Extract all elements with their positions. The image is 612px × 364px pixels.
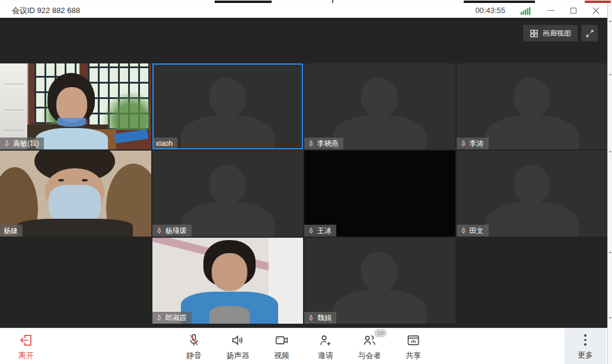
background-window-sliver-right: [607, 3, 612, 364]
participant-name: 田文: [470, 226, 484, 236]
video-feed: [304, 238, 455, 324]
muted-mic-icon: [155, 227, 163, 235]
video-feed: [0, 151, 151, 237]
empty-grid-cell: [457, 238, 608, 324]
camera-icon: [274, 332, 289, 349]
participant-name: 杨婕: [4, 226, 18, 236]
participant-name-tag: 高敏(我): [0, 138, 44, 149]
participant-name-tag: 杨婕: [0, 225, 23, 237]
gallery-view-button[interactable]: 画廊视图: [523, 25, 578, 41]
maximize-icon: [570, 8, 576, 14]
video-feed: [152, 151, 304, 237]
video-feed: [152, 238, 304, 324]
minimize-button[interactable]: [540, 3, 562, 18]
view-controls: 画廊视图: [523, 25, 598, 41]
video-feed: [152, 63, 304, 149]
fullscreen-icon: [585, 29, 594, 38]
participant-tile-xiaoh[interactable]: xiaoh: [152, 63, 304, 149]
more-button[interactable]: 更多: [565, 328, 606, 364]
gallery-grid-icon: [530, 29, 538, 38]
participant-name-tag: 杨瑾瑗: [152, 225, 192, 237]
participant-tile-yangjinyuan[interactable]: 杨瑾瑗: [152, 151, 304, 237]
title-bar: 会议ID 922 882 688 00:43:55: [0, 3, 607, 18]
video-button[interactable]: 视频: [263, 330, 301, 363]
video-feed: [304, 63, 455, 149]
video-label: 视频: [274, 350, 289, 361]
participant-name: 魏娟: [317, 313, 332, 323]
leave-button[interactable]: 离开: [7, 330, 45, 363]
speaker-label: 扬声器: [227, 350, 250, 361]
participant-name: 郎淑霞: [165, 313, 187, 323]
participant-tile-wangbing[interactable]: 王冰: [304, 151, 455, 237]
participant-name: xiaoh: [156, 139, 173, 148]
participant-name: 高敏(我): [13, 139, 39, 149]
invite-button[interactable]: 邀请: [307, 330, 345, 363]
share-screen-icon: [406, 332, 421, 349]
fullscreen-button[interactable]: [581, 25, 598, 41]
muted-mic-icon: [307, 227, 315, 235]
mute-label: 静音: [186, 350, 202, 361]
muted-mic-icon: [460, 140, 467, 148]
participant-name: 杨瑾瑗: [165, 226, 187, 236]
toolbar-center-group: 静音 扬声器 视频: [175, 328, 432, 363]
video-feed: [304, 151, 455, 237]
video-feed: [457, 63, 608, 149]
participant-name-tag: 李涛: [457, 138, 489, 149]
close-button[interactable]: [585, 3, 607, 18]
muted-mic-icon: [307, 140, 315, 148]
leave-icon: [18, 332, 34, 349]
participant-tile-lixiaoyan[interactable]: 李晓燕: [304, 63, 455, 149]
participants-icon: 10: [362, 332, 377, 349]
video-feed: [457, 151, 608, 237]
empty-grid-cell: [0, 238, 151, 324]
muted-mic-icon: [155, 314, 163, 322]
more-label: 更多: [578, 350, 593, 360]
muted-mic-icon: [307, 314, 315, 322]
participant-grid: 高敏(我) xiaoh: [0, 63, 607, 324]
participant-name-tag: xiaoh: [152, 138, 178, 149]
share-label: 共享: [406, 350, 421, 361]
speaker-icon: [230, 332, 246, 349]
video-feed: [0, 63, 151, 149]
participant-tile-langshuxia[interactable]: 郎淑霞: [152, 238, 304, 324]
participant-name-tag: 王冰: [304, 225, 336, 237]
more-ellipsis-icon: [584, 333, 586, 348]
participants-label: 与会者: [358, 350, 381, 361]
maximize-button[interactable]: [562, 3, 585, 18]
video-stage: 画廊视图: [0, 18, 607, 328]
mute-button[interactable]: 静音: [175, 330, 213, 363]
participant-name-tag: 李晓燕: [304, 138, 343, 149]
gallery-view-label: 画廊视图: [543, 28, 571, 39]
participant-name: 李涛: [470, 139, 484, 149]
participant-tile-weijuan[interactable]: 魏娟: [304, 238, 455, 324]
invite-icon: [318, 332, 333, 349]
meeting-timer: 00:43:55: [475, 6, 505, 15]
participant-name: 李晓燕: [317, 139, 339, 149]
share-button[interactable]: 共享: [394, 330, 432, 363]
muted-mic-icon: [460, 227, 467, 235]
participant-tile-litao[interactable]: 李涛: [457, 63, 608, 149]
participant-name-tag: 田文: [457, 225, 489, 237]
participant-tile-tianwen[interactable]: 田文: [457, 151, 608, 237]
participants-count-badge: 10: [374, 329, 387, 337]
speaker-button[interactable]: 扬声器: [219, 330, 257, 363]
participant-tile-yangjie[interactable]: 杨婕: [0, 151, 151, 237]
muted-mic-icon: [3, 140, 11, 148]
minimize-icon: [547, 10, 554, 11]
signal-strength-icon: [521, 7, 531, 15]
participants-button[interactable]: 10 与会者: [350, 330, 388, 363]
close-icon: [592, 7, 600, 14]
leave-label: 离开: [18, 350, 34, 361]
participant-tile-gaomin[interactable]: 高敏(我): [0, 63, 151, 149]
bottom-toolbar: 离开 静音: [0, 328, 607, 364]
participant-name-tag: 郎淑霞: [152, 312, 192, 324]
participant-name-tag: 魏娟: [304, 312, 336, 324]
meeting-id: 会议ID 922 882 688: [12, 5, 80, 16]
invite-label: 邀请: [318, 350, 333, 361]
muted-mic-icon: [186, 332, 202, 349]
meeting-window: 会议ID 922 882 688 00:43:55 画廊视图: [0, 0, 612, 364]
participant-name: 王冰: [317, 226, 332, 236]
